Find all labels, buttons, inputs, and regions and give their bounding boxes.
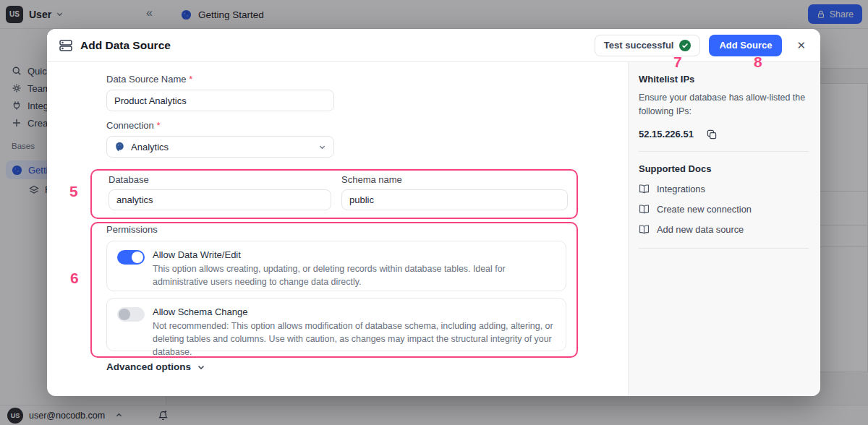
whitelist-note: Ensure your database has allow-listed th…	[639, 91, 809, 118]
connection-field-label: Connection *	[106, 120, 160, 131]
schema-field-label: Schema name	[341, 174, 402, 185]
annotation-number-8: 8	[754, 53, 762, 71]
check-circle-icon	[679, 40, 691, 51]
allow-schema-description: Not recommended: This option allows modi…	[153, 320, 556, 359]
book-icon	[639, 225, 650, 234]
close-icon[interactable]: ✕	[793, 39, 809, 52]
doc-link-label: Create new connection	[657, 204, 752, 215]
divider	[639, 151, 809, 152]
divider	[639, 248, 809, 249]
allow-write-toggle[interactable]	[117, 250, 145, 265]
allow-write-description: This option allows creating, updating, o…	[153, 263, 556, 289]
data-source-name-input[interactable]	[106, 90, 334, 111]
allow-schema-card: Allow Schema Change Not recommended: Thi…	[106, 298, 566, 351]
name-field-label: Data Source Name *	[106, 74, 192, 85]
modal-title: Add Data Source	[80, 39, 171, 52]
doc-link-add-data-source[interactable]: Add new data source	[639, 224, 809, 235]
chevron-down-icon	[197, 363, 205, 372]
add-data-source-modal: Add Data Source Test successful Add Sour…	[47, 29, 820, 396]
database-field-label: Database	[109, 174, 149, 185]
test-connection-label: Test successful	[604, 40, 674, 51]
modal-header: Add Data Source Test successful Add Sour…	[47, 29, 820, 62]
add-source-button[interactable]: Add Source	[709, 35, 782, 56]
supported-docs-title: Supported Docs	[639, 163, 809, 174]
database-icon	[59, 38, 73, 53]
schema-name-input[interactable]	[341, 189, 568, 210]
permissions-label: Permissions	[106, 224, 158, 235]
advanced-options-label: Advanced options	[106, 361, 191, 372]
connection-select[interactable]: Analytics	[106, 136, 334, 158]
chevron-down-icon	[318, 143, 326, 151]
annotation-number-6: 6	[70, 270, 79, 287]
whitelist-ip-value: 52.15.226.51	[639, 129, 694, 139]
required-asterisk: *	[189, 74, 192, 85]
doc-link-integrations[interactable]: Integrations	[639, 184, 809, 194]
connection-selected-value: Analytics	[131, 142, 169, 153]
book-icon	[639, 205, 650, 214]
book-icon	[639, 184, 650, 194]
permissions-section: Permissions Allow Data Write/Edit This o…	[90, 222, 578, 358]
add-source-label: Add Source	[719, 40, 772, 51]
postgres-icon	[114, 142, 125, 153]
doc-link-create-connection[interactable]: Create new connection	[639, 204, 809, 215]
allow-write-card: Allow Data Write/Edit This option allows…	[106, 241, 566, 291]
copy-icon[interactable]	[707, 129, 717, 139]
allow-write-label: Allow Data Write/Edit	[153, 249, 556, 260]
annotation-number-7: 7	[673, 53, 682, 71]
annotation-number-5: 5	[69, 183, 78, 200]
database-input[interactable]	[109, 189, 331, 210]
modal-side-panel: Whitelist IPs Ensure your database has a…	[628, 62, 820, 396]
allow-schema-toggle[interactable]	[117, 307, 145, 322]
doc-link-label: Integrations	[657, 184, 705, 194]
allow-schema-label: Allow Schema Change	[153, 306, 556, 317]
test-connection-button[interactable]: Test successful	[595, 35, 701, 56]
whitelist-ips-title: Whitelist IPs	[639, 74, 809, 85]
required-asterisk: *	[156, 120, 160, 131]
advanced-options-toggle[interactable]: Advanced options	[106, 361, 205, 372]
doc-link-label: Add new data source	[657, 224, 744, 235]
